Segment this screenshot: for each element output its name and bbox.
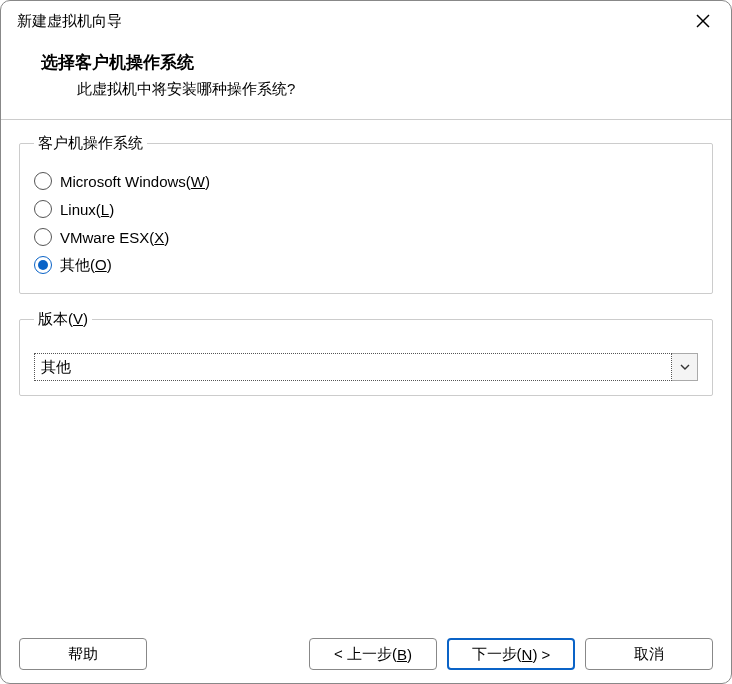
radio-icon — [34, 256, 52, 274]
guest-os-group: 客户机操作系统 Microsoft Windows(W) Linux(L) VM… — [19, 134, 713, 294]
radio-label: Microsoft Windows(W) — [60, 173, 210, 190]
page-title: 选择客户机操作系统 — [41, 51, 715, 74]
page-subtitle: 此虚拟机中将安装哪种操作系统? — [41, 80, 715, 99]
footer-bar: 帮助 < 上一步(B) 下一步(N) > 取消 — [1, 625, 731, 683]
radio-icon — [34, 228, 52, 246]
os-option-other[interactable]: 其他(O) — [34, 251, 698, 279]
wizard-dialog: 新建虚拟机向导 选择客户机操作系统 此虚拟机中将安装哪种操作系统? 客户机操作系… — [0, 0, 732, 684]
close-icon — [695, 13, 711, 29]
version-dropdown-button[interactable] — [672, 353, 698, 381]
chevron-down-icon — [680, 362, 690, 372]
version-group: 版本(V) 其他 — [19, 310, 713, 396]
back-button[interactable]: < 上一步(B) — [309, 638, 437, 670]
next-button[interactable]: 下一步(N) > — [447, 638, 575, 670]
os-option-windows[interactable]: Microsoft Windows(W) — [34, 167, 698, 195]
radio-label: Linux(L) — [60, 201, 114, 218]
guest-os-legend: 客户机操作系统 — [34, 134, 147, 153]
help-button[interactable]: 帮助 — [19, 638, 147, 670]
dialog-title: 新建虚拟机向导 — [17, 12, 689, 31]
header-area: 选择客户机操作系统 此虚拟机中将安装哪种操作系统? — [1, 41, 731, 120]
radio-label: VMware ESX(X) — [60, 229, 169, 246]
version-dropdown-value: 其他 — [34, 353, 672, 381]
version-legend: 版本(V) — [34, 310, 92, 329]
os-option-vmware-esx[interactable]: VMware ESX(X) — [34, 223, 698, 251]
radio-label: 其他(O) — [60, 256, 112, 275]
radio-icon — [34, 172, 52, 190]
cancel-button[interactable]: 取消 — [585, 638, 713, 670]
radio-icon — [34, 200, 52, 218]
content-area: 客户机操作系统 Microsoft Windows(W) Linux(L) VM… — [1, 120, 731, 625]
titlebar: 新建虚拟机向导 — [1, 1, 731, 41]
close-button[interactable] — [689, 7, 717, 35]
version-dropdown[interactable]: 其他 — [34, 353, 698, 381]
os-option-linux[interactable]: Linux(L) — [34, 195, 698, 223]
